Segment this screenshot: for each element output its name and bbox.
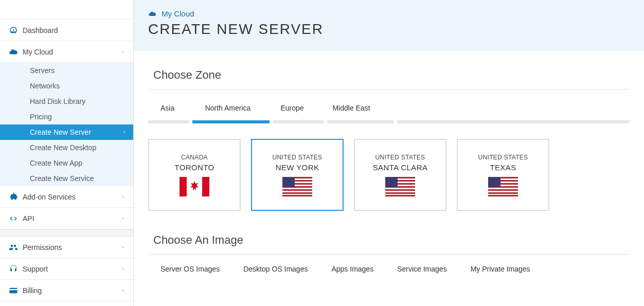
sidebar-top-spacer — [0, 0, 133, 20]
sidebar-sub-label: Create New App — [30, 159, 82, 167]
sidebar-item-label: Dashboard — [23, 26, 126, 34]
svg-rect-28 — [488, 195, 518, 196]
svg-rect-1 — [180, 177, 187, 196]
zone-city: TEXAS — [490, 163, 516, 172]
sidebar-sub-createdesktop[interactable]: Create New Desktop — [0, 140, 133, 155]
chevron-right-icon — [121, 194, 126, 200]
section-heading: Choose An Image — [148, 229, 630, 255]
zone-cards: CANADA TORONTO UNITED STATES NEW YORK UN… — [148, 139, 630, 211]
zone-country: CANADA — [181, 154, 208, 161]
image-tab-label: My Private Images — [471, 265, 530, 273]
region-tab-na[interactable]: North America — [189, 101, 266, 120]
zone-card-toronto[interactable]: CANADA TORONTO — [148, 139, 241, 211]
region-tab-asia[interactable]: Asia — [148, 101, 189, 120]
sidebar-divider — [0, 229, 133, 237]
image-tab-private[interactable]: My Private Images — [471, 265, 530, 273]
code-icon — [7, 214, 20, 223]
users-icon — [7, 243, 20, 252]
chevron-right-icon — [121, 266, 126, 272]
region-tab-label: Asia — [160, 104, 174, 112]
sidebar-sub-hdl[interactable]: Hard Disk Library — [0, 94, 133, 109]
sidebar-sub-networks[interactable]: Networks — [0, 78, 133, 94]
chevron-right-icon — [121, 245, 126, 250]
sidebar-item-permissions[interactable]: Permissions — [0, 237, 133, 258]
sidebar-item-addon[interactable]: Add-on Services — [0, 186, 133, 208]
svg-rect-17 — [385, 189, 415, 191]
zone-country: UNITED STATES — [478, 154, 528, 161]
chevron-down-icon — [120, 49, 126, 55]
zone-card-texas[interactable]: UNITED STATES TEXAS — [457, 139, 549, 211]
image-tab-desktopos[interactable]: Desktop OS Images — [243, 265, 308, 273]
chevron-right-icon — [122, 130, 127, 135]
sidebar-sub-label: Pricing — [30, 113, 52, 121]
region-bar — [397, 120, 630, 123]
flag-us-icon — [282, 177, 312, 196]
image-tab-label: Desktop OS Images — [243, 265, 308, 273]
region-tabs: Asia North America Europe Middle East — [148, 101, 630, 120]
sidebar-item-dashboard[interactable]: Dashboard — [0, 20, 133, 41]
zone-card-newyork[interactable]: UNITED STATES NEW YORK — [251, 139, 344, 211]
sidebar-sub-label: Servers — [30, 66, 55, 75]
sidebar-item-label: Billing — [23, 286, 120, 295]
region-tab-me[interactable]: Middle East — [318, 101, 385, 120]
sidebar-sub-label: Create New Service — [30, 174, 94, 183]
svg-rect-29 — [488, 177, 500, 187]
flag-us-icon — [385, 177, 415, 196]
region-bar-active — [192, 120, 270, 123]
flag-us-icon — [488, 177, 518, 196]
sidebar-sub-label: Create New Desktop — [30, 143, 96, 152]
image-tab-label: Server OS Images — [160, 265, 220, 273]
breadcrumb[interactable]: My Cloud — [148, 9, 630, 18]
svg-rect-27 — [488, 192, 518, 194]
zone-city: SANTA CLARA — [373, 163, 428, 172]
image-tab-label: Apps Images — [331, 265, 373, 273]
sidebar-sub-label: Hard Disk Library — [30, 97, 85, 105]
region-bar — [273, 120, 324, 123]
sidebar-item-label: Add-on Services — [23, 193, 121, 201]
sidebar-sub-label: Create New Server — [30, 128, 91, 136]
image-tab-service[interactable]: Service Images — [397, 265, 446, 273]
svg-rect-8 — [282, 189, 312, 191]
card-icon — [7, 286, 20, 295]
main-content: My Cloud CREATE NEW SERVER Choose Zone A… — [134, 0, 644, 306]
sidebar-submenu-mycloud: Servers Networks Hard Disk Library Prici… — [0, 63, 133, 186]
flag-ca-icon — [180, 177, 209, 196]
svg-rect-11 — [282, 177, 295, 187]
region-bar — [327, 120, 394, 123]
headset-icon — [7, 264, 20, 274]
cloud-icon — [148, 10, 156, 18]
image-tab-serveros[interactable]: Server OS Images — [160, 265, 220, 273]
zone-city: TORONTO — [174, 163, 214, 172]
sidebar-item-label: Permissions — [23, 243, 121, 251]
image-tab-apps[interactable]: Apps Images — [331, 265, 373, 273]
sidebar-item-support[interactable]: Support — [0, 258, 133, 280]
sidebar-item-api[interactable]: API — [0, 208, 133, 229]
region-bar — [148, 120, 189, 123]
sidebar-item-label: Support — [23, 265, 121, 273]
chevron-right-icon — [121, 216, 126, 221]
chevron-down-icon — [120, 287, 126, 294]
section-image: Choose An Image Server OS Images Desktop… — [134, 216, 644, 278]
puzzle-icon — [7, 192, 20, 202]
zone-card-santaclara[interactable]: UNITED STATES SANTA CLARA — [354, 139, 446, 211]
region-tab-label: North America — [205, 104, 251, 112]
sidebar-sub-servers[interactable]: Servers — [0, 63, 133, 78]
sidebar-sub-pricing[interactable]: Pricing — [0, 109, 133, 124]
sidebar-item-mycloud[interactable]: My Cloud — [0, 41, 133, 63]
zone-country: UNITED STATES — [273, 154, 323, 161]
sidebar-sub-createservice[interactable]: Create New Service — [0, 171, 133, 186]
svg-rect-20 — [385, 177, 398, 187]
sidebar-item-label: API — [23, 214, 121, 223]
sidebar-sub-createapp[interactable]: Create New App — [0, 155, 133, 171]
gauge-icon — [7, 26, 20, 35]
sidebar-item-label: My Cloud — [23, 48, 120, 56]
svg-rect-19 — [385, 195, 415, 196]
svg-rect-2 — [202, 177, 209, 196]
sidebar-item-billing[interactable]: Billing — [0, 280, 133, 301]
sidebar-sub-createserver[interactable]: Create New Server — [0, 124, 133, 140]
region-tab-label: Europe — [280, 104, 303, 112]
svg-rect-9 — [282, 192, 312, 194]
image-tab-label: Service Images — [397, 265, 446, 273]
zone-country: UNITED STATES — [375, 154, 425, 161]
region-tab-eu[interactable]: Europe — [266, 101, 318, 120]
